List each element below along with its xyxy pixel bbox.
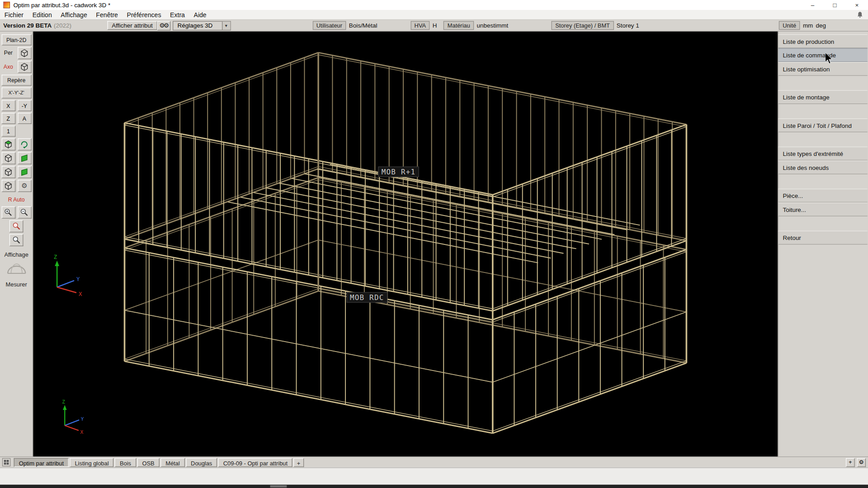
menu-liste-de-montage[interactable]: Liste de montage — [778, 90, 868, 104]
axo-label: Axo — [1, 61, 15, 72]
materiau-value: unbestimmt — [477, 22, 509, 29]
tab-douglas[interactable]: Douglas — [186, 458, 217, 467]
reglages-3d-dropdown[interactable]: Réglages 3D ▼ — [172, 21, 231, 30]
green-face-icon[interactable] — [18, 152, 32, 164]
window-title: Optim par attribut.3d - cadwork 3D * — [13, 2, 110, 9]
status-bar — [0, 468, 868, 485]
a-axis-button[interactable]: A — [18, 113, 32, 124]
model-label-mob-rdc: MOB RDC — [347, 292, 387, 303]
storey-chip[interactable]: Storey (Etage) / BMT — [552, 21, 614, 30]
menu-spacer — [778, 76, 868, 90]
reglages-3d-label: Réglages 3D — [173, 22, 222, 29]
tab-settings-gear-icon[interactable]: ⚙ — [857, 458, 866, 467]
menu-spacer — [778, 104, 868, 118]
maximize-button[interactable]: □ — [824, 0, 846, 10]
app-icon — [3, 2, 10, 9]
per-label: Per — [1, 47, 15, 58]
minus-y-axis-button[interactable]: -Y — [18, 100, 32, 111]
menu-spacer — [778, 216, 868, 231]
close-button[interactable]: × — [846, 0, 868, 10]
green-face-2-icon[interactable] — [18, 166, 32, 178]
shaded-cube-icon[interactable] — [1, 166, 15, 178]
menu-edition[interactable]: Edition — [28, 10, 57, 19]
svg-text:Y: Y — [76, 276, 80, 282]
rotate-view-icon[interactable] — [18, 138, 32, 150]
r-auto-button[interactable]: R Auto — [1, 194, 31, 205]
attribute-gears-icon[interactable]: ⚙⚙ — [157, 21, 170, 30]
menu-retour[interactable]: Retour — [778, 231, 868, 245]
chevron-down-icon[interactable]: ▼ — [222, 21, 230, 29]
zoom-window-icon[interactable] — [9, 220, 24, 232]
viewport-3d[interactable]: Z Y X Z Y X MOB R+1 MOB RDC — [33, 32, 778, 456]
bottom-edge — [0, 485, 868, 488]
menu-aide[interactable]: Aide — [189, 10, 211, 19]
tab-bois[interactable]: Bois — [115, 458, 136, 467]
affichage-label[interactable]: Affichage — [4, 251, 28, 258]
svg-text:Y: Y — [81, 416, 84, 422]
tab-c09-09[interactable]: C09-09 - Opti par attribut — [218, 458, 292, 467]
storey-value: Storey 1 — [617, 22, 639, 29]
main-area: Plan-2D Per Axo Repère X'-Y'-Z' X -Y Z — [0, 32, 868, 456]
render-cube-icon[interactable] — [1, 180, 15, 192]
right-menu-panel: Liste de production Liste de commande Li… — [778, 32, 867, 456]
hva-chip[interactable]: HVA — [410, 21, 430, 30]
unite-chip[interactable]: Unité — [779, 21, 800, 30]
utilisateur-value: Bois/Métal — [349, 22, 377, 29]
view-cube-green-top-icon[interactable] — [1, 138, 15, 150]
app-window: Optim par attribut.3d - cadwork 3D * – □… — [0, 0, 868, 488]
menu-fenetre[interactable]: Fenêtre — [92, 10, 123, 19]
mesurer-label[interactable]: Mesurer — [6, 281, 27, 288]
zoom-previous-icon[interactable] — [9, 234, 24, 246]
afficher-attribut-button[interactable]: Afficher attribut — [108, 21, 157, 30]
z-axis-button[interactable]: Z — [1, 113, 15, 124]
axes-button[interactable]: X'-Y'-Z' — [1, 87, 31, 98]
hva-value: H — [433, 22, 437, 29]
notification-bell-icon[interactable] — [856, 11, 863, 18]
plan-2d-button[interactable]: Plan-2D — [1, 34, 31, 45]
menu-fichier[interactable]: Fichier — [0, 10, 28, 19]
tab-osb[interactable]: OSB — [137, 458, 160, 467]
menu-liste-de-commande[interactable]: Liste de commande — [778, 48, 868, 62]
menu-piece[interactable]: Pièce... — [778, 189, 868, 203]
utilisateur-chip[interactable]: Utilisateur — [312, 21, 346, 30]
menu-liste-types-extremite[interactable]: Liste types d'extrémité — [778, 146, 868, 160]
render-settings-gear-icon[interactable]: ⚙ — [18, 180, 32, 192]
add-view-button[interactable]: + — [846, 458, 855, 467]
camera-dome-icon — [5, 260, 28, 277]
menu-toiture[interactable]: Toiture... — [778, 202, 868, 216]
svg-text:Z: Z — [54, 254, 57, 260]
mouse-cursor — [826, 52, 833, 67]
tab-dock-icon[interactable] — [2, 458, 10, 466]
document-tab-bar: Optim par attribut Listing global Bois O… — [0, 456, 868, 467]
model-label-mob-r1: MOB R+1 — [378, 167, 419, 177]
axonometric-cube-icon[interactable] — [18, 61, 32, 73]
tab-metal[interactable]: Métal — [160, 458, 184, 467]
minimize-button[interactable]: – — [802, 0, 824, 10]
x-axis-button[interactable]: X — [1, 100, 15, 111]
menu-liste-de-production[interactable]: Liste de production — [778, 34, 868, 48]
axis-indicator-main: Z Y X — [54, 254, 82, 297]
perspective-cube-icon[interactable] — [18, 47, 32, 59]
menu-liste-des-noeuds[interactable]: Liste des noeuds — [778, 160, 868, 174]
zoom-out-icon[interactable] — [18, 206, 32, 219]
title-bar: Optim par attribut.3d - cadwork 3D * – □… — [0, 0, 868, 10]
menu-affichage[interactable]: Affichage — [57, 10, 92, 19]
top-toolbar: Version 29 BETA(2022) Afficher attribut … — [0, 20, 868, 32]
zoom-in-icon[interactable] — [1, 206, 15, 219]
menu-spacer — [778, 132, 868, 147]
materiau-chip[interactable]: Matériau — [443, 21, 474, 30]
repere-button[interactable]: Repère — [1, 75, 31, 85]
menu-bar: Fichier Edition Affichage Fenêtre Préfér… — [0, 10, 868, 20]
tab-listing-global[interactable]: Listing global — [70, 458, 113, 467]
menu-preferences[interactable]: Préférences — [123, 10, 166, 19]
left-toolbar: Plan-2D Per Axo Repère X'-Y'-Z' X -Y Z — [0, 32, 33, 456]
tab-optim-par-attribut[interactable]: Optim par attribut — [14, 458, 69, 467]
new-tab-button[interactable]: + — [293, 458, 303, 467]
timber-frame-model: Z Y X Z Y X — [33, 32, 778, 456]
menu-liste-optimisation[interactable]: Liste optimisation — [778, 62, 868, 76]
view-1-button[interactable]: 1 — [1, 126, 15, 136]
svg-text:Z: Z — [62, 399, 65, 405]
wireframe-cube-icon[interactable] — [1, 152, 15, 164]
menu-liste-paroi-toit-plafond[interactable]: Liste Paroi / Toit / Plafond — [778, 118, 868, 132]
menu-extra[interactable]: Extra — [165, 10, 189, 19]
